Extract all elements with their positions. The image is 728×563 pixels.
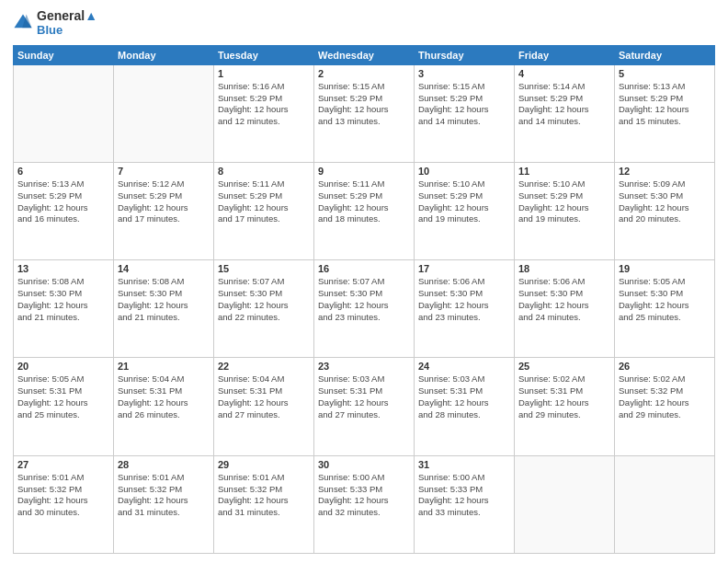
day-info: Sunrise: 5:06 AMSunset: 5:30 PMDaylight:… xyxy=(518,276,610,323)
calendar-cell: 21Sunrise: 5:04 AMSunset: 5:31 PMDayligh… xyxy=(114,358,214,455)
day-number: 14 xyxy=(118,263,210,274)
day-info: Sunrise: 5:00 AMSunset: 5:33 PMDaylight:… xyxy=(318,472,410,519)
calendar-cell: 14Sunrise: 5:08 AMSunset: 5:30 PMDayligh… xyxy=(114,260,214,358)
weekday-header: Friday xyxy=(515,45,615,64)
calendar-cell: 13Sunrise: 5:08 AMSunset: 5:30 PMDayligh… xyxy=(14,260,114,358)
day-info: Sunrise: 5:16 AMSunset: 5:29 PMDaylight:… xyxy=(218,81,310,128)
day-number: 2 xyxy=(318,68,410,79)
day-info: Sunrise: 5:14 AMSunset: 5:29 PMDaylight:… xyxy=(518,81,610,128)
calendar-week-row: 1Sunrise: 5:16 AMSunset: 5:29 PMDaylight… xyxy=(14,64,715,162)
calendar-table: SundayMondayTuesdayWednesdayThursdayFrid… xyxy=(13,45,715,554)
day-number: 12 xyxy=(619,166,711,177)
day-number: 3 xyxy=(418,68,510,79)
day-number: 21 xyxy=(118,361,210,372)
day-info: Sunrise: 5:08 AMSunset: 5:30 PMDaylight:… xyxy=(118,276,210,323)
day-info: Sunrise: 5:09 AMSunset: 5:30 PMDaylight:… xyxy=(619,178,711,225)
calendar-week-row: 6Sunrise: 5:13 AMSunset: 5:29 PMDaylight… xyxy=(14,163,715,260)
day-number: 19 xyxy=(619,263,711,274)
day-info: Sunrise: 5:12 AMSunset: 5:29 PMDaylight:… xyxy=(118,178,210,225)
header: General▲ Blue xyxy=(13,9,715,38)
calendar-cell: 6Sunrise: 5:13 AMSunset: 5:29 PMDaylight… xyxy=(14,163,114,260)
day-number: 16 xyxy=(318,263,410,274)
calendar-cell: 18Sunrise: 5:06 AMSunset: 5:30 PMDayligh… xyxy=(515,260,615,358)
day-info: Sunrise: 5:07 AMSunset: 5:30 PMDaylight:… xyxy=(218,276,310,323)
day-info: Sunrise: 5:05 AMSunset: 5:31 PMDaylight:… xyxy=(17,373,109,420)
day-number: 30 xyxy=(318,459,410,470)
page: General▲ Blue SundayMondayTuesdayWednesd… xyxy=(0,0,728,563)
day-info: Sunrise: 5:02 AMSunset: 5:32 PMDaylight:… xyxy=(619,373,711,420)
day-info: Sunrise: 5:13 AMSunset: 5:29 PMDaylight:… xyxy=(619,81,711,128)
calendar-cell: 10Sunrise: 5:10 AMSunset: 5:29 PMDayligh… xyxy=(415,163,515,260)
calendar-cell: 31Sunrise: 5:00 AMSunset: 5:33 PMDayligh… xyxy=(415,455,515,553)
weekday-header: Wednesday xyxy=(314,45,415,64)
day-info: Sunrise: 5:05 AMSunset: 5:30 PMDaylight:… xyxy=(619,276,711,323)
day-info: Sunrise: 5:02 AMSunset: 5:31 PMDaylight:… xyxy=(518,373,610,420)
calendar-cell: 25Sunrise: 5:02 AMSunset: 5:31 PMDayligh… xyxy=(515,358,615,455)
day-number: 17 xyxy=(418,263,510,274)
calendar-cell: 1Sunrise: 5:16 AMSunset: 5:29 PMDaylight… xyxy=(214,64,314,162)
day-number: 18 xyxy=(518,263,610,274)
calendar-week-row: 20Sunrise: 5:05 AMSunset: 5:31 PMDayligh… xyxy=(14,358,715,455)
day-info: Sunrise: 5:11 AMSunset: 5:29 PMDaylight:… xyxy=(318,178,410,225)
day-info: Sunrise: 5:10 AMSunset: 5:29 PMDaylight:… xyxy=(518,178,610,225)
calendar-cell xyxy=(615,455,715,553)
day-number: 6 xyxy=(17,166,109,177)
day-info: Sunrise: 5:08 AMSunset: 5:30 PMDaylight:… xyxy=(17,276,109,323)
day-info: Sunrise: 5:11 AMSunset: 5:29 PMDaylight:… xyxy=(218,178,310,225)
day-number: 11 xyxy=(518,166,610,177)
logo-text: General▲ Blue xyxy=(37,9,97,38)
calendar-cell: 5Sunrise: 5:13 AMSunset: 5:29 PMDaylight… xyxy=(615,64,715,162)
day-number: 9 xyxy=(318,166,410,177)
day-number: 31 xyxy=(418,459,510,470)
day-number: 13 xyxy=(17,263,109,274)
calendar-cell xyxy=(515,455,615,553)
calendar-cell: 17Sunrise: 5:06 AMSunset: 5:30 PMDayligh… xyxy=(415,260,515,358)
day-info: Sunrise: 5:01 AMSunset: 5:32 PMDaylight:… xyxy=(17,472,109,519)
calendar-cell: 9Sunrise: 5:11 AMSunset: 5:29 PMDaylight… xyxy=(314,163,415,260)
calendar-cell: 8Sunrise: 5:11 AMSunset: 5:29 PMDaylight… xyxy=(214,163,314,260)
calendar-cell: 12Sunrise: 5:09 AMSunset: 5:30 PMDayligh… xyxy=(615,163,715,260)
calendar-cell: 4Sunrise: 5:14 AMSunset: 5:29 PMDaylight… xyxy=(515,64,615,162)
calendar-cell: 7Sunrise: 5:12 AMSunset: 5:29 PMDaylight… xyxy=(114,163,214,260)
calendar-cell: 27Sunrise: 5:01 AMSunset: 5:32 PMDayligh… xyxy=(14,455,114,553)
weekday-header: Tuesday xyxy=(214,45,314,64)
day-info: Sunrise: 5:00 AMSunset: 5:33 PMDaylight:… xyxy=(418,472,510,519)
weekday-header: Sunday xyxy=(14,45,114,64)
day-info: Sunrise: 5:01 AMSunset: 5:32 PMDaylight:… xyxy=(218,472,310,519)
day-number: 7 xyxy=(118,166,210,177)
day-info: Sunrise: 5:04 AMSunset: 5:31 PMDaylight:… xyxy=(218,373,310,420)
day-number: 28 xyxy=(118,459,210,470)
day-number: 26 xyxy=(619,361,711,372)
day-number: 1 xyxy=(218,68,310,79)
day-info: Sunrise: 5:03 AMSunset: 5:31 PMDaylight:… xyxy=(318,373,410,420)
weekday-header: Thursday xyxy=(415,45,515,64)
day-info: Sunrise: 5:01 AMSunset: 5:32 PMDaylight:… xyxy=(118,472,210,519)
weekday-header: Monday xyxy=(114,45,214,64)
logo-icon xyxy=(13,13,33,33)
day-info: Sunrise: 5:06 AMSunset: 5:30 PMDaylight:… xyxy=(418,276,510,323)
day-info: Sunrise: 5:13 AMSunset: 5:29 PMDaylight:… xyxy=(17,178,109,225)
calendar-cell: 15Sunrise: 5:07 AMSunset: 5:30 PMDayligh… xyxy=(214,260,314,358)
calendar-cell: 28Sunrise: 5:01 AMSunset: 5:32 PMDayligh… xyxy=(114,455,214,553)
day-info: Sunrise: 5:15 AMSunset: 5:29 PMDaylight:… xyxy=(418,81,510,128)
day-number: 22 xyxy=(218,361,310,372)
day-number: 10 xyxy=(418,166,510,177)
day-number: 20 xyxy=(17,361,109,372)
calendar-cell: 22Sunrise: 5:04 AMSunset: 5:31 PMDayligh… xyxy=(214,358,314,455)
calendar-week-row: 13Sunrise: 5:08 AMSunset: 5:30 PMDayligh… xyxy=(14,260,715,358)
calendar-cell: 20Sunrise: 5:05 AMSunset: 5:31 PMDayligh… xyxy=(14,358,114,455)
calendar-cell: 16Sunrise: 5:07 AMSunset: 5:30 PMDayligh… xyxy=(314,260,415,358)
calendar-cell xyxy=(114,64,214,162)
day-info: Sunrise: 5:15 AMSunset: 5:29 PMDaylight:… xyxy=(318,81,410,128)
day-number: 5 xyxy=(619,68,711,79)
calendar-cell: 30Sunrise: 5:00 AMSunset: 5:33 PMDayligh… xyxy=(314,455,415,553)
day-info: Sunrise: 5:04 AMSunset: 5:31 PMDaylight:… xyxy=(118,373,210,420)
day-info: Sunrise: 5:07 AMSunset: 5:30 PMDaylight:… xyxy=(318,276,410,323)
calendar-cell: 2Sunrise: 5:15 AMSunset: 5:29 PMDaylight… xyxy=(314,64,415,162)
calendar-cell: 19Sunrise: 5:05 AMSunset: 5:30 PMDayligh… xyxy=(615,260,715,358)
weekday-header: Saturday xyxy=(615,45,715,64)
day-number: 29 xyxy=(218,459,310,470)
day-number: 15 xyxy=(218,263,310,274)
calendar-cell: 29Sunrise: 5:01 AMSunset: 5:32 PMDayligh… xyxy=(214,455,314,553)
calendar-week-row: 27Sunrise: 5:01 AMSunset: 5:32 PMDayligh… xyxy=(14,455,715,553)
